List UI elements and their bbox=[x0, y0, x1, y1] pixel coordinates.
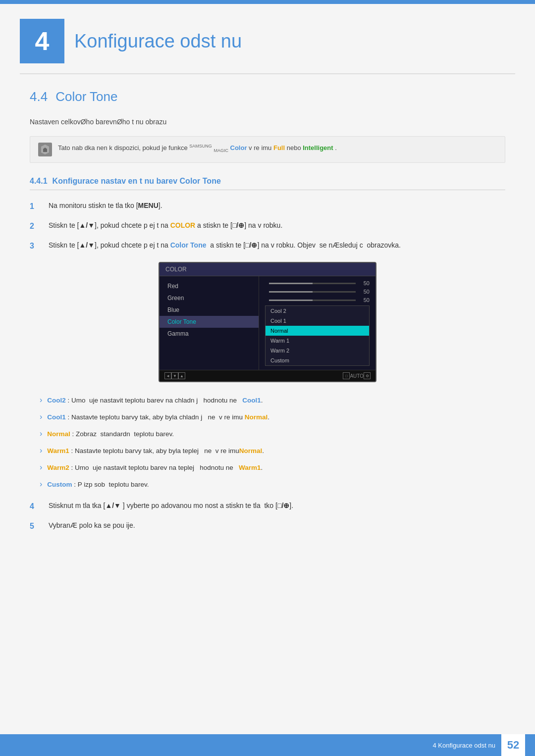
section-title: Color Tone bbox=[55, 89, 117, 104]
osd-btn-down: ▼ bbox=[171, 372, 178, 379]
osd-item-green: Green bbox=[160, 292, 259, 304]
note-icon bbox=[38, 143, 52, 156]
bullet-warm1: › Warm1 : Nastavte teplotu barvy tak, ab… bbox=[40, 445, 505, 456]
screen-container: COLOR Red Green Blue Color Tone Gamma bbox=[30, 262, 505, 382]
slider-green: 50 bbox=[265, 289, 370, 295]
slider-red: 50 bbox=[265, 280, 370, 286]
dropdown-cool1: Cool 1 bbox=[266, 316, 369, 326]
bullet-custom: › Custom : P izp sob teplotu barev. bbox=[40, 478, 505, 490]
monitor-screen: COLOR Red Green Blue Color Tone Gamma bbox=[159, 262, 376, 382]
osd-title-bar: COLOR bbox=[160, 263, 375, 276]
osd-menu: COLOR Red Green Blue Color Tone Gamma bbox=[160, 263, 375, 381]
osd-item-red: Red bbox=[160, 280, 259, 292]
osd-btn-left: ◄ bbox=[164, 372, 171, 379]
step-2: 2 Stiskn te [▲/▼], pokud chcete p ej t n… bbox=[30, 220, 505, 233]
subsection-heading: 4.4.1 Konfigurace nastav en t nu barev C… bbox=[30, 177, 505, 190]
osd-item-color-tone: Color Tone bbox=[160, 316, 259, 328]
section-heading: 4.4 Color Tone bbox=[30, 89, 505, 104]
osd-item-blue: Blue bbox=[160, 304, 259, 316]
note-box: Tato nab dka nen k dispozici, pokud je f… bbox=[30, 136, 505, 163]
section-number: 4.4 bbox=[30, 89, 48, 104]
osd-left-panel: Red Green Blue Color Tone Gamma bbox=[160, 276, 259, 370]
steps-list: 1 Na monitoru stiskn te tla tko [MENU]. … bbox=[30, 200, 505, 252]
osd-btn-up: ▲ bbox=[178, 372, 185, 379]
dropdown-warm2: Warm 2 bbox=[266, 346, 369, 355]
chapter-title: Konfigurace odst nu bbox=[74, 31, 242, 52]
osd-content: Red Green Blue Color Tone Gamma bbox=[160, 276, 375, 370]
slider-blue: 50 bbox=[265, 297, 370, 303]
osd-bottom-bar: ◄ ▼ ▲ □ AUTO ⚙ bbox=[160, 370, 375, 381]
subsection-number: 4.4.1 bbox=[30, 177, 48, 186]
step-5: 5 VybranÆ polo ka se pou ije. bbox=[30, 520, 505, 533]
subsection-title: Konfigurace nastav en t nu barev Color T… bbox=[53, 177, 221, 186]
bullet-normal: › Normal : Zobraz standardn teplotu bare… bbox=[40, 428, 505, 440]
dropdown-custom: Custom bbox=[266, 355, 369, 365]
note-text: Tato nab dka nen k dispozici, pokud je f… bbox=[58, 143, 337, 154]
steps-after-list: 4 Stisknut m tla tka [▲/▼ ] vyberte po a… bbox=[30, 500, 505, 532]
top-stripe bbox=[0, 0, 535, 4]
osd-slider-area: 50 50 bbox=[259, 276, 375, 370]
osd-color-tone-dropdown: Cool 2 Cool 1 Normal Warm 1 Warm 2 Custo… bbox=[265, 305, 370, 366]
bullet-list: › Cool2 : Umo uje nastavit teplotu barev… bbox=[40, 394, 505, 490]
step-1: 1 Na monitoru stiskn te tla tko [MENU]. bbox=[30, 200, 505, 213]
footer-page-number: 52 bbox=[501, 734, 525, 756]
bullet-cool1: › Cool1 : Nastavte teplotu barvy tak, ab… bbox=[40, 411, 505, 423]
osd-btn-auto: AUTO bbox=[350, 373, 364, 379]
chapter-number: 4 bbox=[20, 19, 64, 63]
bullet-warm2: › Warm2 : Umo uje nastavit teplotu barev… bbox=[40, 461, 505, 473]
chapter-header: 4 Konfigurace odst nu bbox=[0, 4, 535, 73]
osd-btn-enter: □ bbox=[343, 372, 350, 379]
dropdown-warm1: Warm 1 bbox=[266, 336, 369, 346]
step-3: 3 Stiskn te [▲/▼], pokud chcete p ej t n… bbox=[30, 240, 505, 252]
main-content: 4.4 Color Tone Nastaven celkovØho barevn… bbox=[0, 74, 535, 572]
step-4: 4 Stisknut m tla tka [▲/▼ ] vyberte po a… bbox=[30, 500, 505, 513]
bullet-cool2: › Cool2 : Umo uje nastavit teplotu barev… bbox=[40, 394, 505, 406]
osd-btn-settings: ⚙ bbox=[364, 372, 371, 379]
intro-text: Nastaven celkovØho barevnØho t nu obrazu bbox=[30, 116, 505, 127]
footer: 4 Konfigurace odst nu 52 bbox=[0, 734, 535, 756]
osd-item-gamma: Gamma bbox=[160, 328, 259, 340]
footer-chapter-label: 4 Konfigurace odst nu bbox=[433, 742, 495, 749]
dropdown-normal: Normal bbox=[266, 326, 369, 336]
dropdown-cool2: Cool 2 bbox=[266, 306, 369, 316]
